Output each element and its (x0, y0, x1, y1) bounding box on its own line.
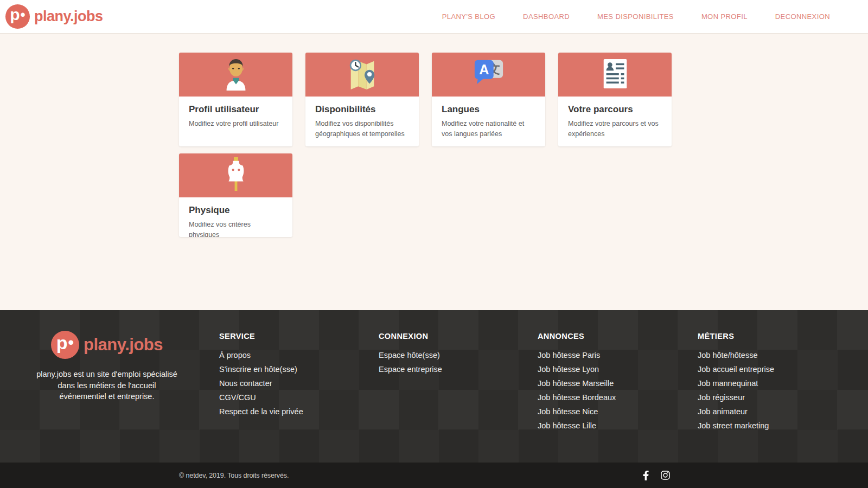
card-title: Votre parcours (568, 104, 662, 115)
footer-link-job-accueil-entreprise[interactable]: Job accueil entreprise (698, 362, 774, 376)
footer-link-job-street-marketing[interactable]: Job street marketing (698, 419, 774, 433)
footer-link-vie-privee[interactable]: Respect de la vie privée (219, 404, 303, 419)
copyright-bar: © netdev, 2019. Tous droits réservés. (0, 463, 868, 488)
copyright-text: © netdev, 2019. Tous droits réservés. (179, 472, 289, 479)
cards-row-1: Profil utilisateur Modifiez votre profil… (179, 53, 868, 146)
nav-profil[interactable]: MON PROFIL (701, 12, 748, 21)
card-description: Modifiez votre profil utilisateur (189, 119, 283, 129)
brand-logo[interactable]: p• plany.jobs (5, 4, 103, 29)
main-nav: PLANY'S BLOG DASHBOARD MES DISPONIBILITE… (442, 12, 830, 21)
footer-column-metiers: MÉTIERS Job hôte/hôtesse Job accueil ent… (698, 332, 774, 433)
cards-row-2: Physique Modifiez vos critères physiques (179, 153, 868, 237)
footer-column-connexion: CONNEXION Espace hôte(sse) Espace entrep… (379, 332, 442, 376)
brand-logo-icon: p• (5, 4, 30, 29)
footer-link-job-hotesse-nice[interactable]: Job hôtesse Nice (538, 404, 616, 419)
page-footer: p• plany.jobs plany.jobs est un site d'e… (0, 310, 868, 463)
map-clock-icon (344, 57, 380, 93)
footer-link-inscrire-hotesse[interactable]: S'inscrire en hôte(sse) (219, 362, 303, 376)
footer-link-espace-entreprise[interactable]: Espace entreprise (379, 362, 442, 376)
card-profil-header (179, 53, 292, 97)
card-physique[interactable]: Physique Modifiez vos critères physiques (179, 153, 292, 237)
user-avatar-icon (219, 57, 253, 93)
resume-icon (599, 58, 631, 92)
card-physique-header (179, 153, 292, 197)
card-profil-utilisateur[interactable]: Profil utilisateur Modifiez votre profil… (179, 53, 292, 146)
footer-link-job-regisseur[interactable]: Job régisseur (698, 390, 774, 404)
footer-column-annonces: ANNONCES Job hôtesse Paris Job hôtesse L… (538, 332, 616, 433)
nav-blog[interactable]: PLANY'S BLOG (442, 12, 495, 21)
nav-dashboard[interactable]: DASHBOARD (523, 12, 570, 21)
footer-brand-logo[interactable]: p• plany.jobs (51, 331, 163, 359)
card-votre-parcours[interactable]: Votre parcours Modifiez votre parcours e… (558, 53, 672, 146)
footer-link-job-mannequinat[interactable]: Job mannequinat (698, 376, 774, 390)
footer-link-cgv-cgu[interactable]: CGV/CGU (219, 390, 303, 404)
footer-link-job-hotesse-bordeaux[interactable]: Job hôtesse Bordeaux (538, 390, 616, 404)
footer-brand-logo-icon: p• (51, 331, 79, 359)
footer-heading: MÉTIERS (698, 332, 774, 341)
footer-link-job-hotesse-lyon[interactable]: Job hôtesse Lyon (538, 362, 616, 376)
footer-brand-wordmark: plany.jobs (84, 335, 163, 355)
card-disponibilites[interactable]: Disponibilités Modifiez vos disponibilit… (305, 53, 419, 146)
footer-link-job-animateur[interactable]: Job animateur (698, 404, 774, 419)
translate-icon: 文 A (473, 58, 505, 92)
app-header: p• plany.jobs PLANY'S BLOG DASHBOARD MES… (0, 0, 868, 34)
brand-wordmark: plany.jobs (34, 8, 103, 25)
footer-column-service: SERVICE À propos S'inscrire en hôte(sse)… (219, 332, 303, 419)
nav-disponibilites[interactable]: MES DISPONIBILITES (597, 12, 674, 21)
card-langues[interactable]: 文 A Langues Modifiez votre nationalité e… (432, 53, 545, 146)
card-description: Modifiez votre parcours et vos expérienc… (568, 119, 662, 140)
card-langues-header: 文 A (432, 53, 545, 97)
facebook-icon[interactable] (643, 471, 649, 480)
social-links (643, 471, 670, 480)
card-title: Disponibilités (315, 104, 409, 115)
card-title: Profil utilisateur (189, 104, 283, 115)
footer-heading: CONNEXION (379, 332, 442, 341)
card-title: Physique (189, 205, 283, 216)
footer-heading: ANNONCES (538, 332, 616, 341)
footer-link-job-hotesse-paris[interactable]: Job hôtesse Paris (538, 348, 616, 362)
instagram-icon[interactable] (661, 471, 670, 480)
mannequin-icon (221, 157, 251, 194)
card-disponibilites-header (305, 53, 419, 97)
footer-about: p• plany.jobs plany.jobs est un site d'e… (36, 331, 178, 402)
footer-link-job-hotesse-lille[interactable]: Job hôtesse Lille (538, 419, 616, 433)
footer-link-job-hotesse-marseille[interactable]: Job hôtesse Marseille (538, 376, 616, 390)
svg-text:A: A (479, 61, 489, 76)
footer-link-a-propos[interactable]: À propos (219, 348, 303, 362)
card-description: Modifiez vos critères physiques (189, 220, 283, 237)
card-description: Modifiez vos disponibilités géographique… (315, 119, 409, 140)
footer-heading: SERVICE (219, 332, 303, 341)
footer-link-espace-hotesse[interactable]: Espace hôte(sse) (379, 348, 442, 362)
card-parcours-header (558, 53, 672, 97)
dashboard-main: Profil utilisateur Modifiez votre profil… (0, 34, 868, 310)
footer-about-text: plany.jobs est un site d'emploi spéciali… (36, 369, 178, 402)
card-description: Modifiez votre nationalité et vos langue… (442, 119, 535, 140)
footer-link-job-hote-hotesse[interactable]: Job hôte/hôtesse (698, 348, 774, 362)
nav-deconnexion[interactable]: DECONNEXION (775, 12, 830, 21)
card-title: Langues (442, 104, 535, 115)
footer-link-nous-contacter[interactable]: Nous contacter (219, 376, 303, 390)
